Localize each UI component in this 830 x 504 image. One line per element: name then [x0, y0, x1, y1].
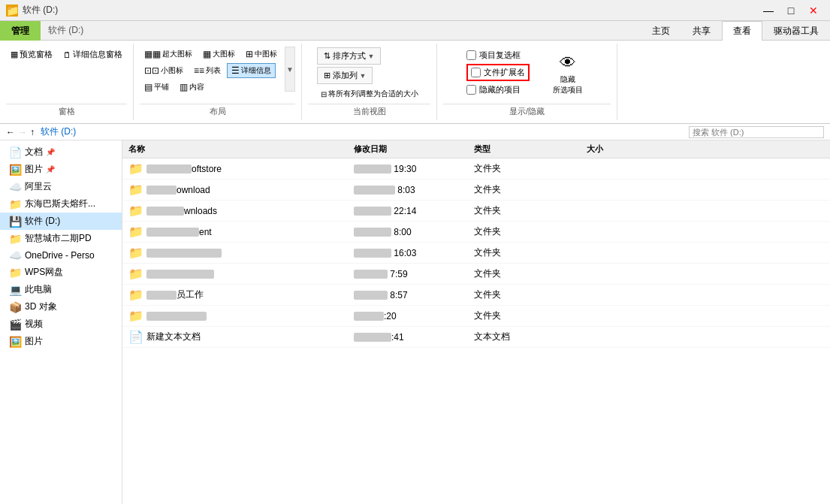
details-btn[interactable]: ☰ 详细信息 [227, 63, 276, 78]
main-layout: 📄 文档 📌 🖼️ 图片 📌 ☁️ 阿里云 📁 东海巴斯夫熔纤... 💾 软件 … [0, 140, 830, 504]
tab-share[interactable]: 共享 [681, 21, 722, 41]
file-name-cell: 📁 ownload [125, 181, 351, 198]
tab-home[interactable]: 主页 [641, 21, 681, 41]
file-size-cell [546, 315, 606, 318]
ribbon-title: 软件 (D:) [41, 21, 91, 40]
folder-icon: 📁 [128, 161, 143, 176]
add-column-button[interactable]: ⊞ 添加列 ▼ [317, 67, 373, 84]
nav-forward-icon[interactable]: → [18, 127, 27, 137]
small-icon-btn[interactable]: ⊡⊡ 小图标 [140, 63, 188, 78]
sidebar-item-wps[interactable]: 📁 WPS网盘 [0, 264, 122, 281]
preview-pane-button[interactable]: ▦ 预览窗格 [6, 47, 57, 62]
sidebar-item-pictures[interactable]: 🖼️ 图片 📌 [0, 161, 122, 178]
tab-drive-tools[interactable]: 驱动器工具 [762, 21, 830, 41]
file-type-cell: 文件夹 [471, 245, 546, 261]
sidebar-item-videos[interactable]: 🎬 视频 [0, 315, 122, 333]
file-list-header: 名称 修改日期 类型 大小 [122, 140, 830, 158]
file-size-cell [546, 273, 606, 276]
sidebar-item-aliyun[interactable]: ☁️ 阿里云 [0, 178, 122, 195]
file-date-cell: 8:57 [351, 288, 471, 302]
tiles-btn[interactable]: ▤ 平铺 [140, 80, 174, 95]
col-type-header[interactable]: 类型 [471, 142, 546, 156]
table-row[interactable]: 📁 oftstore 19:30 文件夹 [122, 158, 830, 180]
tab-view[interactable]: 查看 [722, 21, 762, 41]
file-date-cell: :20 [351, 309, 471, 323]
col-name-header[interactable]: 名称 [125, 142, 351, 156]
table-row[interactable]: 📁 ent 8:00 文件夹 [122, 222, 830, 243]
file-extensions-label[interactable]: 文件扩展名 [466, 64, 530, 81]
sort-dropdown-arrow: ▼ [368, 53, 375, 60]
ribbon-group-show-hide: 项目复选框 文件扩展名 隐藏的项目 👁 隐藏所选项目 显示/隐藏 [437, 44, 617, 120]
hide-selected-button[interactable]: 👁 隐藏所选项目 [548, 50, 588, 99]
file-name-cell: 📁 [125, 307, 351, 324]
file-name-cell: 📁 员工作 [125, 286, 351, 303]
hidden-items-label[interactable]: 隐藏的项目 [466, 84, 530, 95]
sidebar-item-smart-city[interactable]: 📁 智慧城市二期PD [0, 230, 122, 247]
file-type-cell: 文件夹 [471, 308, 546, 324]
details-pane-button[interactable]: 🗒 详细信息窗格 [59, 47, 127, 62]
search-input[interactable] [689, 126, 824, 138]
ribbon: ▦ 预览窗格 🗒 详细信息窗格 窗格 ▦▦ 超大图标 [0, 41, 830, 124]
folder-icon: 📁 [128, 225, 143, 239]
ribbon-group-panes: ▦ 预览窗格 🗒 详细信息窗格 窗格 [0, 44, 134, 120]
sidebar-item-software-d[interactable]: 💾 软件 (D:) [0, 213, 122, 230]
list-btn[interactable]: ≡≡ 列表 [189, 63, 225, 78]
col-date-header[interactable]: 修改日期 [351, 142, 471, 156]
file-name-cell: 📁 [125, 265, 351, 282]
nav-up-icon[interactable]: ↑ [30, 127, 35, 137]
sidebar-item-onedrive[interactable]: ☁️ OneDrive - Perso [0, 247, 122, 264]
table-row[interactable]: 📁 员工作 8:57 文件夹 [122, 285, 830, 306]
table-row[interactable]: 📁 :20 文件夹 [122, 306, 830, 327]
file-name-cell: 📄 新建文本文档 [125, 328, 351, 346]
current-view-content: ⇅ 排序方式 ▼ ⊞ 添加列 ▼ ⊟ 将所有列调整为合适的大小 [317, 47, 422, 102]
file-size-cell [546, 294, 606, 297]
file-size-cell [546, 189, 606, 192]
sidebar-item-3d-objects-label: 3D 对象 [25, 300, 57, 313]
ribbon-group-layout: ▦▦ 超大图标 ▦ 大图标 ⊞ 中图标 [134, 44, 302, 120]
adjust-columns-button[interactable]: ⊟ 将所有列调整为合适的大小 [317, 86, 422, 101]
large-icon-btn[interactable]: ▦ 大图标 [198, 47, 240, 62]
sidebar-item-donghai[interactable]: 📁 东海巴斯夫熔纤... [0, 195, 122, 213]
panes-label: 窗格 [6, 104, 127, 117]
pin-icon-pictures: 📌 [46, 165, 55, 174]
table-row[interactable]: 📄 新建文本文档 :41 文本文档 [122, 327, 830, 348]
sidebar-item-photos[interactable]: 🖼️ 图片 [0, 333, 122, 350]
table-row[interactable]: 📁 ownload 8:03 文件夹 [122, 180, 830, 201]
table-row[interactable]: 📁 7:59 文件夹 [122, 264, 830, 285]
hidden-items-checkbox[interactable] [466, 85, 476, 95]
extra-large-icon-btn[interactable]: ▦▦ 超大图标 [140, 47, 197, 62]
table-row[interactable]: 📁 16:03 文件夹 [122, 243, 830, 264]
aliyun-icon: ☁️ [9, 181, 22, 193]
file-type-cell: 文件夹 [471, 266, 546, 282]
sidebar: 📄 文档 📌 🖼️ 图片 📌 ☁️ 阿里云 📁 东海巴斯夫熔纤... 💾 软件 … [0, 140, 122, 504]
nav-back-icon[interactable]: ← [6, 127, 15, 137]
file-date-cell: :41 [351, 330, 471, 344]
sort-button[interactable]: ⇅ 排序方式 ▼ [317, 47, 382, 65]
app-icon: 📁 [6, 5, 18, 17]
item-checkbox-input[interactable] [466, 50, 476, 60]
file-size-cell [546, 252, 606, 255]
close-button[interactable]: ✕ [803, 3, 824, 18]
sidebar-item-this-pc[interactable]: 💻 此电脑 [0, 281, 122, 298]
sidebar-item-3d-objects[interactable]: 📦 3D 对象 [0, 298, 122, 315]
minimize-button[interactable]: — [758, 3, 779, 18]
text-file-icon: 📄 [128, 330, 143, 344]
sidebar-item-documents[interactable]: 📄 文档 📌 [0, 143, 122, 161]
tab-manage[interactable]: 管理 [0, 21, 41, 41]
breadcrumb-bar: ← → ↑ 软件 (D:) [0, 124, 830, 140]
breadcrumb-item[interactable]: 软件 (D:) [41, 125, 76, 138]
col-size-header[interactable]: 大小 [546, 142, 606, 156]
sidebar-item-wps-label: WPS网盘 [25, 266, 63, 279]
table-row[interactable]: 📁 wnloads 22:14 文件夹 [122, 201, 830, 222]
maximize-button[interactable]: □ [780, 3, 801, 18]
item-checkbox-label[interactable]: 项目复选框 [466, 50, 530, 61]
file-date-cell: 7:59 [351, 267, 471, 281]
sidebar-item-aliyun-label: 阿里云 [25, 180, 52, 193]
file-extensions-checkbox[interactable] [471, 68, 481, 77]
content-btn[interactable]: ▥ 内容 [175, 80, 209, 95]
title-bar-text: 软件 (D:) [23, 4, 58, 17]
ribbon-tabs: 管理 软件 (D:) 主页 共享 查看 驱动器工具 [0, 21, 830, 41]
layout-expand-btn[interactable]: ▼ [285, 47, 295, 92]
extra-large-icon: ▦▦ [144, 49, 161, 59]
medium-icon-btn[interactable]: ⊞ 中图标 [241, 47, 282, 62]
